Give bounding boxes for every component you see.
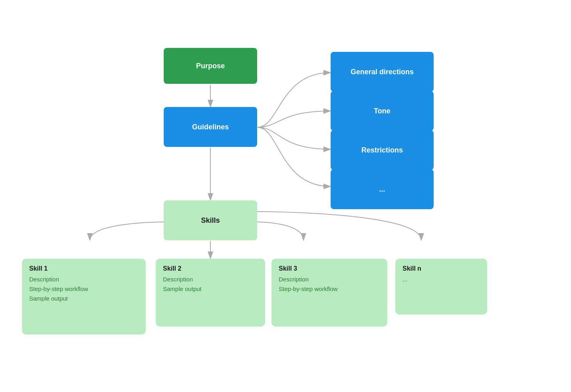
purpose-node: Purpose [164,48,257,84]
tone-node: Tone [331,91,434,131]
diagram-container: Purpose Guidelines General directions To… [0,0,571,392]
ellipsis-node: ... [331,169,434,209]
skilln-node: Skill n ... [395,259,487,315]
guidelines-node: Guidelines [164,107,257,147]
general-directions-node: General directions [331,52,434,92]
skill2-node: Skill 2 Description Sample output [156,259,265,327]
skills-node: Skills [164,200,257,240]
restrictions-node: Restrictions [331,130,434,170]
skill1-node: Skill 1 Description Step-by-step workflo… [22,259,146,335]
skill3-node: Skill 3 Description Step-by-step workflo… [272,259,387,327]
